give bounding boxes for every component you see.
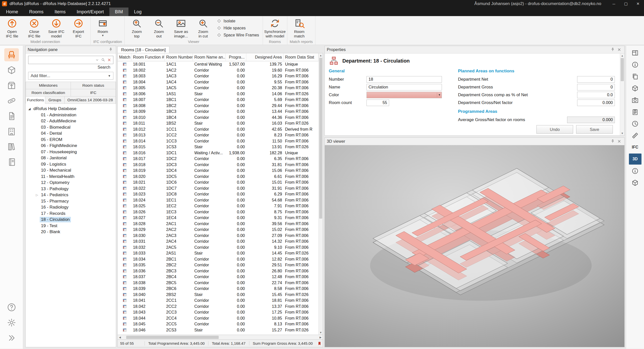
scroll-up-icon[interactable]: ▲ — [319, 53, 323, 58]
scrollbar-thumb[interactable] — [319, 58, 322, 219]
sidebar-settings-button[interactable] — [4, 316, 19, 329]
table-row[interactable]: 18.0211DC6Corridor0.0015.01From RT.006 — [118, 179, 318, 185]
tree-expander-icon[interactable]: ◢ — [27, 107, 32, 111]
tree-item[interactable]: 19 - Test — [27, 223, 115, 229]
table-row[interactable]: 18.0121CC1Corridor0.0042.65Derived from … — [118, 126, 318, 132]
viewer-3d-canvas[interactable] — [325, 145, 624, 347]
table-row[interactable]: 18.0081BC2Corridor0.0029.44From RT.006 — [118, 103, 318, 109]
tree-item[interactable]: 17 - Records — [27, 211, 115, 217]
close-ifc-file-button[interactable]: CloseIFC file — [23, 17, 45, 39]
tree-item[interactable]: 05 - EROM — [27, 137, 115, 143]
sidebar-module-medications[interactable] — [4, 94, 19, 107]
tree-item[interactable]: ▷14 - Pediatrics — [27, 192, 115, 198]
tree-item[interactable]: 20 - Blank — [27, 229, 115, 235]
column-header-room-name-an---[interactable]: Room Name an... — [193, 53, 226, 61]
right-tab-info[interactable] — [629, 59, 641, 70]
field-input[interactable]: 0.000 — [567, 117, 615, 123]
column-header-room-number[interactable]: Room Number — [165, 53, 193, 61]
nav-tab-omniclass-14-2006-03-28[interactable]: OmniClass 14 2006-03-28 — [65, 96, 116, 104]
nav-tab-room-classification[interactable]: Room classification — [26, 89, 71, 96]
tree-item[interactable]: 02 - AdultMedicine — [27, 118, 115, 124]
toggle-space-wire-frames[interactable]: Space Wire Frames — [217, 33, 259, 37]
table-row[interactable]: 18.0342BC1Corridor0.0012.82From RT.006 — [118, 256, 318, 262]
clear-search-icon[interactable] — [106, 57, 112, 63]
nav-tab-ifc[interactable]: IFC — [71, 89, 116, 96]
menu-tab-import-export[interactable]: Import/Export — [71, 8, 109, 16]
tree-item[interactable]: 18 - Circulation — [27, 217, 115, 223]
export-ifc-button[interactable]: ExportIFC — [67, 17, 89, 39]
table-row[interactable]: 18.0241EC1Corridor0.0054.68From RT.006 — [118, 197, 318, 203]
table-row[interactable]: 18.0131CC2Corridor0.008.23From RT.006 — [118, 132, 318, 138]
search-input[interactable] — [30, 57, 94, 63]
right-tab-copy[interactable] — [629, 71, 641, 82]
menu-tab-home[interactable]: Home — [1, 8, 24, 16]
open-ifc-file-button[interactable]: OpenIFC file — [1, 17, 23, 39]
scrollbar-thumb[interactable] — [126, 336, 218, 339]
right-tab-cube-2[interactable] — [629, 177, 641, 188]
table-row[interactable]: 18.0021AC2Corridor0.0019.60From RT.006 — [118, 67, 318, 73]
table-row[interactable]: 18.0382BC5Corridor0.0022.74From RT.006 — [118, 280, 318, 286]
search-dropdown-icon[interactable] — [94, 57, 100, 63]
sidebar-expand-button[interactable] — [4, 331, 19, 344]
tree-item[interactable]: 04 - Dental — [27, 130, 115, 137]
table-row[interactable]: 18.0412CC1Corridor0.0018.81From RT.006 — [118, 297, 318, 304]
sidebar-help-button[interactable] — [4, 301, 19, 314]
sidebar-module-library[interactable] — [4, 140, 19, 153]
table-row[interactable]: 18.0151CS3Stair0.0013.91From RT.026 — [118, 144, 318, 150]
right-tab-info-2[interactable] — [629, 165, 641, 176]
room-button[interactable]: Room▼ — [92, 17, 114, 37]
undo-button[interactable]: Undo — [536, 125, 573, 134]
table-row[interactable]: 18.0221DC7Corridor0.0031.91From RT.006 — [118, 185, 318, 191]
table-row[interactable]: 18.0332AS1Stair0.0014.45From RT.026 — [118, 250, 318, 256]
horizontal-scrollbar[interactable]: ◀ ▶ — [117, 335, 323, 340]
menu-tab-log[interactable]: Log — [128, 8, 147, 16]
table-row[interactable]: 18.0372BC4Corridor0.0012.48From RT.006 — [118, 274, 318, 280]
right-tab-panel-layout[interactable] — [629, 47, 641, 58]
minimize-button[interactable]: ─ — [608, 0, 620, 8]
field-input[interactable]: Circulation — [366, 84, 442, 90]
tree-item[interactable]: 15 - Pharmacy — [27, 198, 115, 205]
table-row[interactable]: 18.0071BC1Corridor0.005.69From RT.006 — [118, 97, 318, 103]
table-row[interactable]: 18.0282AC1Corridor0.0039.56From RT.006 — [118, 221, 318, 227]
table-row[interactable]: 18.0161DC1Waiting / Activ...1,938.00182.… — [118, 150, 318, 156]
tree-item[interactable]: 06 - FlightMedicine — [27, 143, 115, 149]
tree-item[interactable]: 09 - Logistics — [27, 161, 115, 168]
pin-icon[interactable] — [609, 47, 616, 53]
table-row[interactable]: 18.0442CC4Corridor0.0010.85From RT.006 — [118, 315, 318, 321]
menu-tab-bim[interactable]: BIM — [109, 8, 128, 16]
field-input[interactable]: 0.000 — [577, 99, 615, 106]
right-tab-3d[interactable]: 3D — [629, 154, 641, 165]
table-row[interactable]: 18.0352BC2Corridor0.0029.51From RT.006 — [118, 262, 318, 268]
table-row[interactable]: 18.0191DC4Corridor0.0015.06From RT.006 — [118, 168, 318, 174]
chevron-down-icon[interactable]: ▼ — [102, 34, 104, 37]
nav-tab-functions[interactable]: Functions — [26, 96, 45, 104]
scrollbar-thumb[interactable] — [621, 58, 624, 81]
table-row[interactable]: 18.0201DC5Corridor0.006.61From RT.006 — [118, 174, 318, 180]
toggle-isolate[interactable]: Isolate — [217, 19, 259, 23]
room-match-button[interactable]: Roommatch — [288, 17, 310, 39]
table-row[interactable]: 18.0312AC4Corridor0.0014.32From RT.006 — [118, 238, 318, 244]
column-header-room-data-stat[interactable]: Room Data Stat — [284, 53, 318, 61]
table-row[interactable]: 18.0101BC4Corridor0.0044.36From RT.006 — [118, 115, 318, 121]
rooms-tab[interactable]: Rooms [18 - Circulation] — [117, 46, 169, 53]
close-icon[interactable] — [616, 138, 622, 144]
close-button[interactable]: ✕ — [632, 0, 644, 8]
zoom-out-button[interactable]: Zoomout — [148, 17, 170, 39]
field-input[interactable]: 0 — [577, 84, 615, 90]
table-row[interactable]: 18.0031AC3Corridor0.0016.29From RT.006 — [118, 73, 318, 79]
sidebar-module-departments[interactable] — [4, 125, 19, 138]
save-as-image----button[interactable]: Save asimage... — [170, 17, 192, 39]
save-ifc-model-button[interactable]: Save IFCmodel — [45, 17, 67, 39]
field-input[interactable]: 55 — [366, 99, 389, 106]
scroll-down-icon[interactable]: ▼ — [620, 131, 624, 135]
sidebar-module-rooms[interactable] — [4, 48, 19, 61]
report-book-icon[interactable] — [316, 341, 323, 346]
field-input[interactable]: 18 — [366, 76, 442, 83]
tree-item[interactable]: 07 - Housekeeping — [27, 149, 115, 155]
tree-item[interactable]: 16 - Radiology — [27, 204, 115, 211]
nav-tab-groups[interactable]: Groups — [45, 96, 65, 104]
table-row[interactable]: 18.0261EC3Corridor0.008.75From RT.006 — [118, 209, 318, 215]
column-header-designed-area[interactable]: Designed Area — [246, 53, 284, 61]
table-row[interactable]: 18.0251EC2Corridor0.007.91From RT.006 — [118, 203, 318, 209]
table-row[interactable]: 18.0322AC5Corridor0.009.10From RT.006 — [118, 244, 318, 251]
